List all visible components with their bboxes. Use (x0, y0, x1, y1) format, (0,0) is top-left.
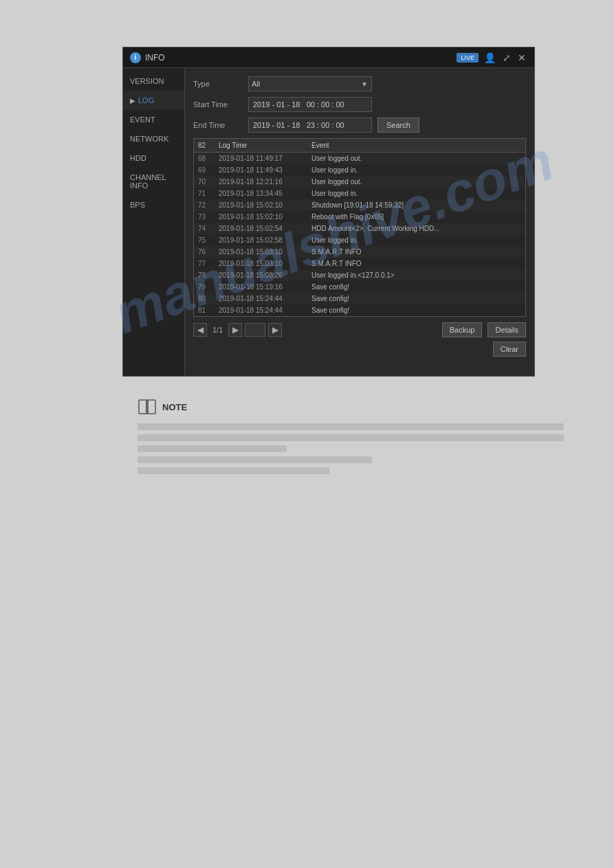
note-title: NOTE (162, 402, 187, 412)
col-header-num: 82 (194, 139, 215, 153)
sidebar-hdd-label: HDD (130, 154, 146, 162)
row-time: 2019-01-18 12:21:16 (215, 176, 307, 188)
prev-page-button[interactable]: ◀ (193, 323, 207, 337)
info-icon: i (130, 52, 141, 63)
start-time-input[interactable] (248, 97, 372, 112)
next-page-button[interactable]: ▶ (228, 323, 242, 337)
sidebar-bps-label: BPS (130, 201, 145, 209)
row-time: 2019-01-18 11:49:17 (215, 153, 307, 165)
expand-icon[interactable]: ⤢ (501, 52, 512, 63)
row-event: HDD Amount<2>, Current Working HDD... (307, 223, 525, 234)
sidebar-item-log[interactable]: ▶ LOG (123, 91, 184, 110)
backup-button[interactable]: Backup (442, 322, 483, 337)
sidebar-event-label: EVENT (130, 115, 155, 124)
table-row[interactable]: 73 2019-01-18 15:02:10 Reboot with Flag … (194, 211, 525, 223)
table-row[interactable]: 70 2019-01-18 12:21:16 User logged out. (194, 176, 525, 188)
go-button[interactable]: ▶ (268, 323, 282, 337)
note-lines (138, 423, 564, 474)
table-row[interactable]: 72 2019-01-18 15:02:10 Shutdown [19:01-1… (194, 199, 525, 211)
end-time-label: End Time (193, 121, 248, 129)
table-row[interactable]: 77 2019-01-18 15:03:10 S.M.A.R.T INFO (194, 258, 525, 269)
col-header-event: Event (307, 139, 525, 153)
row-num: 76 (194, 246, 215, 258)
svg-rect-1 (148, 400, 155, 414)
table-row[interactable]: 75 2019-01-18 15:02:58 User logged in. (194, 234, 525, 246)
type-row: Type All ▼ (193, 76, 526, 91)
row-event: S.M.A.R.T INFO (307, 258, 525, 269)
note-line-2 (138, 434, 564, 441)
search-button[interactable]: Search (377, 118, 419, 133)
note-book-icon (138, 399, 157, 415)
page-jump-input[interactable] (245, 323, 265, 337)
sidebar-version-label: VERSION (130, 77, 164, 85)
end-time-input[interactable] (248, 118, 372, 133)
note-line-4 (138, 456, 372, 463)
row-num: 71 (194, 188, 215, 199)
start-time-label: Start Time (193, 100, 248, 109)
row-event: User logged out. (307, 153, 525, 165)
table-row[interactable]: 74 2019-01-18 15:02:54 HDD Amount<2>, Cu… (194, 223, 525, 234)
row-num: 81 (194, 304, 215, 316)
table-row[interactable]: 76 2019-01-18 15:03:10 S.M.A.R.T INFO (194, 246, 525, 258)
content-area: VERSION ▶ LOG EVENT NETWORK HDD CHANNEL … (123, 68, 534, 376)
sidebar-channel-label: CHANNEL INFO (130, 173, 177, 190)
row-num: 69 (194, 164, 215, 176)
row-time: 2019-01-18 15:24:44 (215, 304, 307, 316)
table-row[interactable]: 68 2019-01-18 11:49:17 User logged out. (194, 153, 525, 165)
sidebar-network-label: NETWORK (130, 135, 168, 143)
note-line-3 (138, 445, 287, 452)
live-button[interactable]: LIVE (457, 53, 479, 63)
row-event: User logged in. (307, 188, 525, 199)
row-time: 2019-01-18 15:02:58 (215, 234, 307, 246)
table-row[interactable]: 71 2019-01-18 13:34:45 User logged in. (194, 188, 525, 199)
table-row[interactable]: 82 2019-01-18 15:25:05 Save config! (194, 316, 525, 317)
row-event: Save config! (307, 304, 525, 316)
sidebar-log-label: LOG (138, 96, 154, 104)
row-num: 68 (194, 153, 215, 165)
clear-button[interactable]: Clear (493, 342, 526, 357)
end-time-row: End Time Search (193, 118, 526, 133)
close-icon[interactable]: ✕ (516, 52, 527, 63)
note-section: NOTE (138, 399, 564, 474)
table-row[interactable]: 80 2019-01-18 15:24:44 Save config! (194, 293, 525, 304)
row-num: 74 (194, 223, 215, 234)
type-select-wrapper: All ▼ (248, 76, 372, 91)
row-time: 2019-01-18 15:03:10 (215, 246, 307, 258)
row-time: 2019-01-18 11:49:43 (215, 164, 307, 176)
sidebar-item-hdd[interactable]: HDD (123, 148, 184, 168)
table-row[interactable]: 69 2019-01-18 11:49:43 User logged in. (194, 164, 525, 176)
table-row[interactable]: 79 2019-01-18 15:19:16 Save config! (194, 281, 525, 293)
row-event: User logged in.<127.0.0.1> (307, 269, 525, 281)
sidebar-item-version[interactable]: VERSION (123, 71, 184, 91)
info-panel: i INFO LIVE 👤 ⤢ ✕ VERSION ▶ LOG (122, 47, 535, 377)
sidebar-item-network[interactable]: NETWORK (123, 129, 184, 148)
user-icon[interactable]: 👤 (483, 52, 497, 63)
sidebar-item-channel-info[interactable]: CHANNEL INFO (123, 168, 184, 195)
type-label: Type (193, 80, 248, 88)
row-event: Save config! (307, 293, 525, 304)
row-time: 2019-01-18 15:08:26 (215, 269, 307, 281)
row-time: 2019-01-18 15:02:10 (215, 211, 307, 223)
row-event: S.M.A.R.T INFO (307, 246, 525, 258)
details-button[interactable]: Details (487, 322, 526, 337)
row-num: 73 (194, 211, 215, 223)
type-select[interactable]: All (248, 76, 372, 91)
row-event: Shutdown [19:01-18 14:59:32] (307, 199, 525, 211)
sidebar-item-bps[interactable]: BPS (123, 195, 184, 214)
row-event: Save config! (307, 281, 525, 293)
header-bar: i INFO LIVE 👤 ⤢ ✕ (123, 47, 534, 68)
row-num: 80 (194, 293, 215, 304)
svg-rect-0 (139, 400, 146, 414)
row-num: 78 (194, 269, 215, 281)
pagination-area: ◀ 1/1 ▶ ▶ Backup Details (193, 322, 526, 337)
row-num: 79 (194, 281, 215, 293)
table-row[interactable]: 78 2019-01-18 15:08:26 User logged in.<1… (194, 269, 525, 281)
row-event: User logged in. (307, 234, 525, 246)
row-event: Reboot with Flag [0x05] (307, 211, 525, 223)
col-header-log-time: Log Time (215, 139, 307, 153)
row-time: 2019-01-18 15:25:05 (215, 316, 307, 317)
sidebar-item-event[interactable]: EVENT (123, 110, 184, 129)
table-row[interactable]: 81 2019-01-18 15:24:44 Save config! (194, 304, 525, 316)
panel-title: INFO (145, 53, 457, 63)
row-num: 82 (194, 316, 215, 317)
